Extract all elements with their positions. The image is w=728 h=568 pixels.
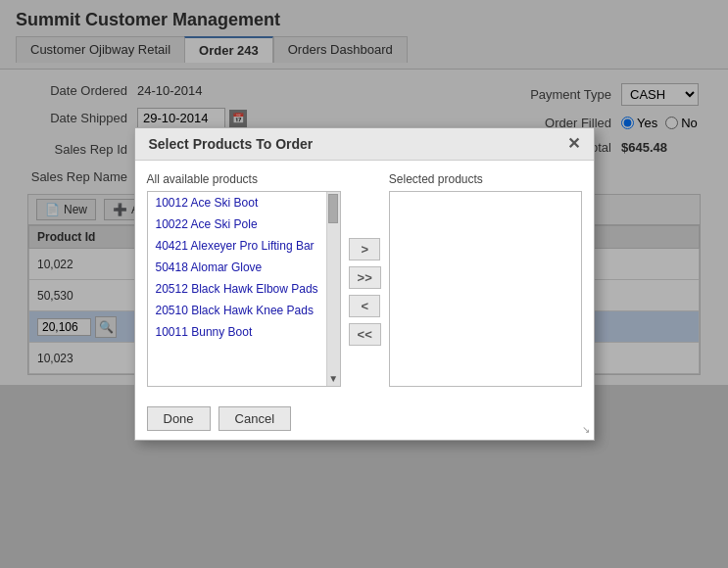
cancel-button[interactable]: Cancel xyxy=(218,406,291,431)
selected-products-box xyxy=(389,191,582,387)
list-item[interactable]: 10012 Ace Ski Boot xyxy=(148,192,326,213)
modal-title: Select Products To Order xyxy=(149,136,314,152)
scrollbar[interactable]: ▼ xyxy=(326,192,340,386)
select-products-modal: Select Products To Order ✕ All available… xyxy=(134,127,595,441)
transfer-left-single-button[interactable]: < xyxy=(349,295,380,317)
transfer-right-all-button[interactable]: >> xyxy=(349,266,381,289)
available-products-list: 10012 Ace Ski Boot 10022 Ace Ski Pole 40… xyxy=(148,192,326,386)
list-item[interactable]: 10011 Bunny Boot xyxy=(148,321,326,343)
modal-body: All available products 10012 Ace Ski Boo… xyxy=(135,161,594,399)
done-button[interactable]: Done xyxy=(147,406,211,431)
modal-overlay: Select Products To Order ✕ All available… xyxy=(0,0,728,568)
transfer-buttons: > >> < << xyxy=(341,172,389,387)
list-item[interactable]: 40421 Alexeyer Pro Lifting Bar xyxy=(148,235,326,257)
transfer-left-all-button[interactable]: << xyxy=(349,323,381,346)
selected-products-col: Selected products xyxy=(389,172,582,387)
modal-footer: Done Cancel ↘ xyxy=(135,399,594,439)
modal-columns: All available products 10012 Ace Ski Boo… xyxy=(147,172,582,387)
available-products-col: All available products 10012 Ace Ski Boo… xyxy=(147,172,341,387)
list-item[interactable]: 20510 Black Hawk Knee Pads xyxy=(148,300,326,321)
scrollbar-thumb xyxy=(328,194,338,223)
available-products-box: 10012 Ace Ski Boot 10022 Ace Ski Pole 40… xyxy=(147,191,341,387)
resize-handle[interactable]: ↘ xyxy=(582,424,590,435)
list-item[interactable]: 20512 Black Hawk Elbow Pads xyxy=(148,278,326,300)
transfer-right-single-button[interactable]: > xyxy=(349,238,380,260)
modal-header: Select Products To Order ✕ xyxy=(135,128,594,161)
list-item[interactable]: 10022 Ace Ski Pole xyxy=(148,213,326,235)
list-item[interactable]: 50418 Alomar Glove xyxy=(148,257,326,278)
selected-products-header: Selected products xyxy=(389,172,582,186)
scroll-down-arrow[interactable]: ▼ xyxy=(328,373,338,386)
modal-close-button[interactable]: ✕ xyxy=(567,136,580,152)
available-products-header: All available products xyxy=(147,172,341,186)
